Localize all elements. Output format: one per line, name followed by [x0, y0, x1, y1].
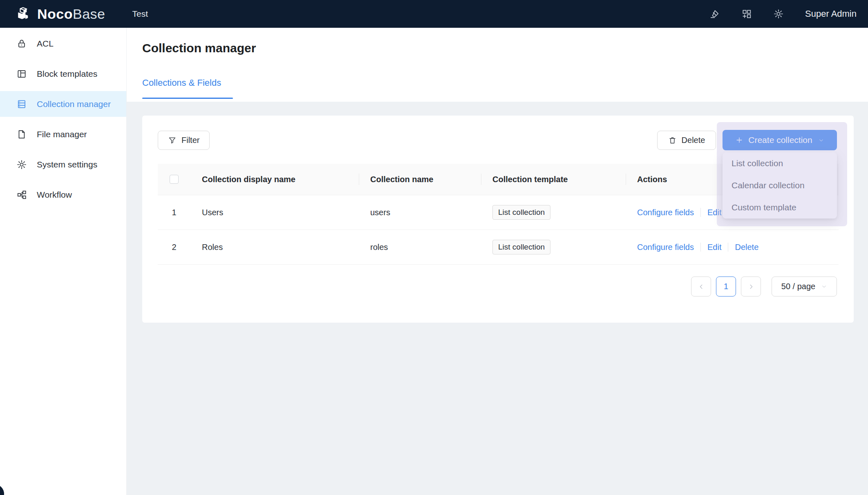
column-header-template: Collection template [481, 175, 626, 184]
delete-button-label: Delete [682, 136, 705, 145]
workflow-icon [16, 190, 27, 200]
cell-display-name: Users [190, 208, 359, 217]
nocobase-logo[interactable]: NocoBase [15, 6, 105, 22]
sidebar-item-label: Collection manager [37, 99, 111, 109]
column-header-name: Collection name [359, 175, 481, 184]
sidebar-item-file-manager[interactable]: File manager [0, 121, 126, 147]
sidebar-item-label: File manager [37, 129, 87, 139]
highlighter-icon[interactable] [709, 9, 720, 19]
user-menu[interactable]: Super Admin [805, 9, 857, 19]
row-index: 1 [158, 208, 190, 217]
header-right-group: Super Admin [709, 9, 857, 19]
cell-name: roles [359, 243, 481, 252]
delete-link[interactable]: Delete [735, 243, 758, 252]
column-header-display-name: Collection display name [190, 175, 359, 184]
nav-item-test[interactable]: Test [128, 0, 152, 28]
pagination-next-button[interactable] [741, 276, 761, 297]
lock-icon [16, 38, 27, 49]
action-divider [700, 208, 701, 217]
pagination-prev-button[interactable] [691, 276, 711, 297]
logo-text-light: Base [73, 6, 105, 22]
sidebar-item-system-settings[interactable]: System settings [0, 152, 126, 177]
cell-display-name: Roles [190, 243, 359, 252]
plugin-blocks-icon[interactable] [741, 9, 752, 19]
sidebar-item-label: System settings [37, 160, 97, 169]
filter-button[interactable]: Filter [158, 131, 210, 150]
sidebar-item-acl[interactable]: ACL [0, 31, 126, 56]
page-title: Collection manager [142, 41, 256, 55]
sidebar: ACL Block templates Collection manager [0, 28, 127, 495]
page-size-value: 50 / page [781, 282, 815, 291]
page-size-select[interactable]: 50 / page [772, 276, 837, 297]
action-divider [700, 243, 701, 252]
action-divider [728, 243, 728, 252]
logo-wordmark: NocoBase [37, 6, 105, 22]
sidebar-item-label: ACL [37, 39, 54, 49]
row-index: 2 [158, 243, 190, 252]
sidebar-item-workflow[interactable]: Workflow [0, 182, 126, 207]
sidebar-item-label: Block templates [37, 69, 97, 79]
gear-icon [16, 159, 27, 170]
table-row-roles: 2 Roles roles List collection Configure … [158, 230, 839, 265]
top-header-bar: NocoBase Test Super Admin [0, 0, 868, 28]
chevron-left-icon [698, 283, 705, 290]
tab-active-indicator [142, 98, 233, 99]
layout-icon [16, 69, 27, 79]
column-separator [626, 174, 626, 185]
logo-text-bold: Noco [37, 6, 73, 22]
configure-fields-link[interactable]: Configure fields [637, 243, 694, 252]
chevron-right-icon [747, 283, 755, 290]
sidebar-item-block-templates[interactable]: Block templates [0, 61, 126, 87]
select-all-checkbox[interactable] [170, 175, 179, 184]
column-separator [359, 174, 359, 185]
settings-icon[interactable] [773, 9, 784, 19]
designer-highlight-overlay [717, 122, 847, 226]
tab-collections-and-fields[interactable]: Collections & Fields [142, 78, 221, 88]
cube-logo-icon [15, 7, 31, 21]
trash-icon [668, 136, 677, 145]
configure-fields-link[interactable]: Configure fields [637, 208, 694, 217]
chevron-down-icon [821, 283, 827, 290]
sidebar-item-label: Workflow [37, 190, 72, 200]
delete-button[interactable]: Delete [657, 131, 716, 150]
column-separator [481, 174, 481, 185]
filter-funnel-icon [168, 136, 177, 145]
page-header: Collection manager Collections & Fields [127, 28, 868, 102]
sidebar-item-collection-manager[interactable]: Collection manager [0, 91, 126, 117]
cell-name: users [359, 208, 481, 217]
template-tag: List collection [492, 240, 550, 254]
filter-button-label: Filter [181, 136, 199, 145]
template-tag: List collection [492, 205, 550, 220]
file-icon [16, 129, 27, 140]
edit-link[interactable]: Edit [707, 243, 721, 252]
pagination-page-1[interactable]: 1 [716, 276, 736, 297]
database-icon [16, 99, 27, 109]
